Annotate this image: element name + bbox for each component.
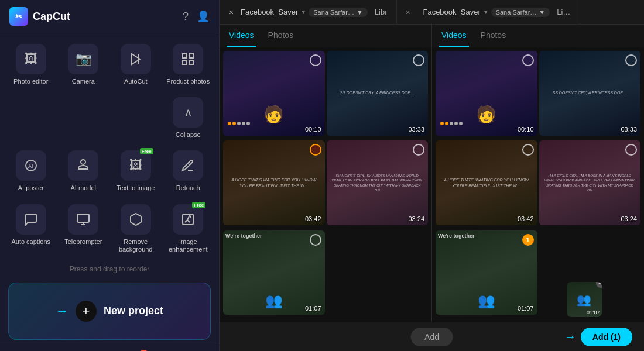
add-button[interactable]: Add <box>410 328 453 346</box>
thumb-text-2: SS DOESN'T CRY, A PRINCESS DOE… <box>340 90 415 96</box>
left-file-name: Facebook_Saver <box>241 8 298 16</box>
thumb-text-r4: I'M A GIRL'S GIRL, I'M A BOSS IN A MAN'S… <box>544 173 636 193</box>
right-media-item-1[interactable]: 🧑 00:10 <box>436 51 537 136</box>
new-project-button[interactable]: → + New project <box>8 283 211 340</box>
tool-ai-model-icon <box>68 150 98 181</box>
left-tab-name[interactable]: Facebook_Saver ▼ <box>241 8 306 16</box>
new-project-plus-icon: + <box>76 301 97 322</box>
right-media-item-2[interactable]: SS DOESN'T CRY, A PRINCESS DOE… 03:33 <box>539 51 641 136</box>
mid-close-button[interactable]: × <box>400 5 415 19</box>
tool-product-photos-label: Product photos <box>166 78 210 85</box>
tool-ai-poster[interactable]: AI AI poster <box>6 146 56 197</box>
tool-ai-model[interactable]: AI model <box>59 146 109 197</box>
thumb-text-overlay-4: I'M A GIRL'S GIRL, I'M A BOSS IN A MAN'S… <box>327 140 429 225</box>
thumb-text-overlay-3: A HOPE THAT'S WAITING FOR YOU I KNOW YOU… <box>223 140 325 225</box>
bottom-nav: ✂ Edit ▣ Templates 🔔 6 Inbox 👤 Me <box>0 345 219 351</box>
tool-teleprompter-icon <box>68 204 98 235</box>
tool-image-enhancement-icon: Free <box>173 204 203 235</box>
add-arrow-icon: → <box>564 330 576 343</box>
left-user-tag[interactable]: Sana Sarfar… ▼ <box>309 8 368 17</box>
right-user-name: Sana Sarfar… <box>496 9 537 16</box>
right-tab-name[interactable]: Facebook_Saver ▼ <box>423 8 488 16</box>
anime-face-icon: 🧑 <box>244 105 304 124</box>
tool-image-enhancement[interactable]: Free Image enhancement <box>163 199 214 258</box>
select-circle-5[interactable] <box>310 234 321 246</box>
drag-hint: Press and drag to reorder <box>0 260 219 278</box>
tool-ai-poster-label: AI poster <box>18 184 44 192</box>
select-circle-r1[interactable] <box>522 54 534 66</box>
left-videos-label: Videos <box>229 30 254 40</box>
right-lib-button[interactable]: Li… <box>552 8 575 16</box>
left-user-name: Sana Sarfar… <box>313 9 354 16</box>
left-lib-button[interactable]: Libr <box>370 8 392 16</box>
thumb-text-3: A HOPE THAT'S WAITING FOR YOU I KNOW YOU… <box>228 177 320 189</box>
left-media-item-1[interactable]: 🧑 00:10 <box>223 51 325 136</box>
svg-rect-2 <box>189 54 193 58</box>
duration-3: 03:42 <box>305 215 321 222</box>
tool-teleprompter[interactable]: Teleprompter <box>59 199 109 258</box>
right-media-item-4[interactable]: I'M A GIRL'S GIRL, I'M A BOSS IN A MAN'S… <box>539 140 641 225</box>
select-num-badge-r5[interactable]: 1 <box>522 234 534 246</box>
tool-text-to-image-label: Text to image <box>117 184 155 192</box>
right-user-caret: ▼ <box>539 9 545 16</box>
tool-remove-background-icon <box>121 204 151 235</box>
tool-photo-editor[interactable]: 🖼 Photo editor <box>6 39 56 90</box>
left-tab-videos[interactable]: Videos <box>227 25 256 47</box>
left-tab-group: × Facebook_Saver ▼ Sana Sarfar… ▼ Libr <box>220 0 397 24</box>
thumb-label-5: We're together <box>225 233 262 239</box>
right-photos-label: Photos <box>481 30 506 40</box>
tool-remove-background-label: Remove background <box>113 238 159 253</box>
tool-autocut[interactable]: AutoCut <box>111 39 161 90</box>
tool-auto-captions[interactable]: Auto captions <box>6 199 56 258</box>
thumb-text-r2: SS DOESN'T CRY, A PRINCESS DOE… <box>553 90 628 96</box>
tool-ai-poster-icon: AI <box>16 150 46 181</box>
right-tab-caret: ▼ <box>483 9 489 15</box>
right-tab-videos[interactable]: Videos <box>439 25 469 47</box>
duration-r5: 01:07 <box>518 305 534 312</box>
select-circle-1[interactable] <box>310 54 321 66</box>
tool-auto-captions-icon <box>16 204 46 235</box>
left-tab-photos[interactable]: Photos <box>266 25 296 47</box>
left-media-item-4[interactable]: I'M A GIRL'S GIRL, I'M A BOSS IN A MAN'S… <box>327 140 429 225</box>
help-icon[interactable]: ? <box>183 11 189 23</box>
select-circle-r3[interactable] <box>522 144 534 156</box>
tool-retouch[interactable]: Retouch <box>163 146 214 197</box>
remove-preview-button[interactable]: − <box>596 282 602 288</box>
add-selected-area: → Add (1) <box>564 328 632 346</box>
duration-r2: 03:33 <box>621 126 637 133</box>
left-media-grid: 🧑 00:10 SS DOESN'T CRY, A PRINCESS DOE… <box>220 47 431 322</box>
app-name: CapCut <box>33 11 70 23</box>
right-videos-label: Videos <box>441 30 467 40</box>
tool-ai-model-label: AI model <box>71 184 96 192</box>
svg-text:AI: AI <box>28 163 33 169</box>
right-tab-photos[interactable]: Photos <box>478 25 509 47</box>
tool-camera[interactable]: 📷 Camera <box>59 39 109 90</box>
tool-photo-editor-icon: 🖼 <box>16 44 46 74</box>
tool-product-photos[interactable]: Product photos <box>163 39 214 90</box>
left-media-item-2[interactable]: SS DOESN'T CRY, A PRINCESS DOE… 03:33 <box>327 51 429 136</box>
preview-thumb: − 👥 01:07 <box>567 282 602 317</box>
right-media-item-5[interactable]: 👥 We're together 1 01:07 <box>436 230 537 315</box>
thumb-dots-r <box>440 122 463 125</box>
tool-collapse-icon: ∧ <box>173 97 203 128</box>
tool-text-to-image[interactable]: Free 🖼 Text to image <box>111 146 161 197</box>
left-user-caret: ▼ <box>357 9 363 16</box>
select-circle-2[interactable] <box>413 54 424 66</box>
tool-collapse[interactable]: ∧ Collapse <box>163 92 214 143</box>
add-selected-button[interactable]: Add (1) <box>581 328 632 346</box>
select-circle-3[interactable] <box>310 144 321 156</box>
right-media-item-3[interactable]: A HOPE THAT'S WAITING FOR YOU I KNOW YOU… <box>436 140 537 225</box>
tool-retouch-label: Retouch <box>176 184 200 192</box>
profile-icon[interactable]: 👤 <box>197 10 210 23</box>
tool-image-enhancement-label: Image enhancement <box>166 238 211 253</box>
left-close-button[interactable]: × <box>224 5 238 19</box>
right-tab-group: Facebook_Saver ▼ Sana Sarfar… ▼ Li… <box>418 0 580 24</box>
svg-rect-7 <box>77 214 89 222</box>
left-media-item-3[interactable]: A HOPE THAT'S WAITING FOR YOU I KNOW YOU… <box>223 140 325 225</box>
logo-icon: ✂ <box>9 7 28 26</box>
right-user-tag[interactable]: Sana Sarfar… ▼ <box>491 8 550 17</box>
left-panel-tabs: Videos Photos <box>220 25 431 47</box>
left-media-item-5[interactable]: 👥 We're together 01:07 <box>223 230 325 315</box>
tool-remove-background[interactable]: Remove background <box>111 199 161 258</box>
select-circle-r2[interactable] <box>625 54 637 66</box>
